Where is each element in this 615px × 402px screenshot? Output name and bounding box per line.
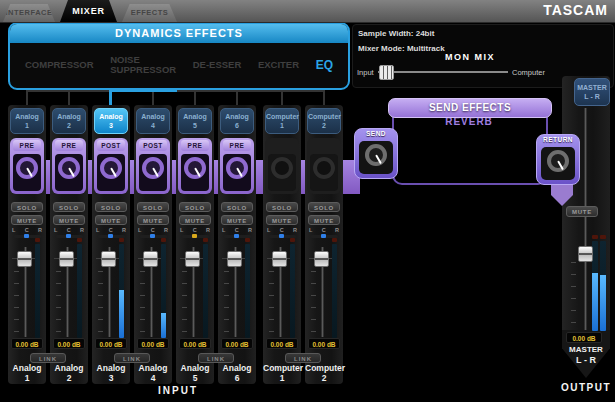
channel-strip-analog-5: Analog5 PRE SOLO MUTE LCR 0.00 dB Analog…	[176, 105, 214, 384]
dynamics-item-exciter[interactable]: EXCITER	[258, 60, 299, 70]
channel-strip-analog-6: Analog6 PRE SOLO MUTE LCR 0.00 dB Analog…	[218, 105, 256, 384]
fader-handle[interactable]	[227, 251, 242, 267]
channel-name: Analog6	[218, 363, 256, 383]
pre-post-button[interactable]: POST	[97, 140, 125, 151]
channel-label-line2: 5	[179, 121, 211, 130]
pan-c: C	[67, 227, 71, 233]
solo-button[interactable]: SOLO	[221, 202, 253, 212]
channel-send-knob[interactable]	[100, 157, 122, 179]
pan-l: L	[138, 227, 141, 233]
master-mute-button[interactable]: MUTE	[566, 206, 598, 217]
fader-db-readout: 0.00 dB	[221, 338, 253, 349]
fader-db-readout: 0.00 dB	[179, 338, 211, 349]
dynamics-item-de-esser[interactable]: DE-ESSER	[193, 60, 242, 70]
fader-handle[interactable]	[272, 251, 287, 267]
pre-post-button[interactable]: PRE	[223, 140, 251, 151]
channel-send-knob[interactable]	[142, 157, 164, 179]
link-button-comp1-2[interactable]: LINK	[285, 353, 321, 363]
mute-button[interactable]: MUTE	[221, 215, 253, 225]
master-select-button[interactable]: MASTER L - R	[574, 78, 610, 106]
mute-button[interactable]: MUTE	[266, 215, 298, 225]
mute-button[interactable]: MUTE	[179, 215, 211, 225]
channel-select-button[interactable]: Analog5	[178, 108, 212, 134]
knob-area	[55, 154, 83, 191]
clip-indicator	[161, 238, 166, 242]
channel-strip-computer-2: Computer2 SOLO MUTE LCR 0.00 dB Computer…	[305, 105, 343, 384]
link-button-ch5-6[interactable]: LINK	[198, 353, 234, 363]
solo-button[interactable]: SOLO	[11, 202, 43, 212]
mute-button[interactable]: MUTE	[53, 215, 85, 225]
pan-marker	[234, 234, 239, 238]
dynamics-item-eq[interactable]: EQ	[316, 60, 333, 70]
link-button-ch1-2[interactable]: LINK	[30, 353, 66, 363]
channel-select-button[interactable]: Analog1	[10, 108, 44, 134]
channel-send-knob[interactable]	[313, 157, 335, 179]
level-meter	[245, 244, 250, 338]
pre-post-button[interactable]: PRE	[13, 140, 41, 151]
pre-post-button[interactable]: POST	[139, 140, 167, 151]
pan-r: R	[38, 227, 42, 233]
channel-label-line1: Analog	[95, 112, 127, 121]
fader-handle[interactable]	[101, 251, 116, 267]
channel-strip-analog-4: Analog4 POST SOLO MUTE LCR 0.00 dB Analo…	[134, 105, 172, 384]
fader-handle[interactable]	[185, 251, 200, 267]
mon-mix-slider-handle[interactable]	[379, 65, 394, 80]
channel-select-button[interactable]: Computer2	[307, 108, 341, 134]
link-button-ch3-4[interactable]: LINK	[114, 353, 150, 363]
level-meter	[77, 244, 82, 338]
fader-handle[interactable]	[17, 251, 32, 267]
solo-button[interactable]: SOLO	[95, 202, 127, 212]
fader-handle[interactable]	[59, 251, 74, 267]
pre-post-button[interactable]: PRE	[55, 140, 83, 151]
channel-label-line1: Analog	[137, 112, 169, 121]
dynamics-item-noise-suppressor[interactable]: NOISE SUPPRESSOR	[110, 55, 176, 75]
channel-select-button[interactable]: Analog6	[220, 108, 254, 134]
knob-area	[139, 154, 167, 191]
channel-send-knob[interactable]	[184, 157, 206, 179]
pre-post-button[interactable]: PRE	[181, 140, 209, 151]
mon-mix-slider-track[interactable]	[378, 71, 508, 73]
fader-handle[interactable]	[143, 251, 158, 267]
mute-button[interactable]: MUTE	[11, 215, 43, 225]
tab-effects[interactable]: EFFECTS	[122, 4, 177, 22]
channel-select-button[interactable]: Analog4	[136, 108, 170, 134]
fader-handle[interactable]	[314, 251, 329, 267]
channel-select-button[interactable]: Analog3	[94, 108, 128, 134]
channel-send-knob[interactable]	[226, 157, 248, 179]
fader-db-readout: 0.00 dB	[137, 338, 169, 349]
return-knob[interactable]	[547, 150, 569, 172]
send-section: PRE	[220, 138, 254, 194]
pan-marker	[66, 234, 71, 238]
send-knob[interactable]	[365, 144, 387, 166]
mute-button[interactable]: MUTE	[95, 215, 127, 225]
solo-button[interactable]: SOLO	[179, 202, 211, 212]
channel-send-knob[interactable]	[58, 157, 80, 179]
solo-button[interactable]: SOLO	[53, 202, 85, 212]
knob-ring	[313, 157, 335, 179]
dynamics-item-compressor[interactable]: COMPRESSOR	[25, 60, 94, 70]
channel-select-button[interactable]: Analog2	[52, 108, 86, 134]
clip-indicator	[119, 238, 124, 242]
return-knob-box: RETURN	[536, 134, 580, 185]
mute-button[interactable]: MUTE	[308, 215, 340, 225]
pan-marker	[321, 234, 326, 238]
solo-button[interactable]: SOLO	[137, 202, 169, 212]
pan-marker	[192, 234, 197, 238]
output-section-label: OUTPUT	[558, 382, 614, 393]
mute-button[interactable]: MUTE	[137, 215, 169, 225]
master-db-readout: 0.00 dB	[566, 332, 602, 343]
solo-button[interactable]: SOLO	[308, 202, 340, 212]
channel-send-knob[interactable]	[16, 157, 38, 179]
pan-r: R	[335, 227, 339, 233]
tab-mixer[interactable]: MIXER	[60, 0, 117, 22]
tab-interface[interactable]: INTERFACE	[3, 4, 55, 22]
master-fader-handle[interactable]	[578, 246, 593, 262]
return-knob-label: RETURN	[537, 136, 579, 143]
channel-send-knob[interactable]	[271, 157, 293, 179]
level-meter-fill	[161, 313, 166, 338]
solo-button[interactable]: SOLO	[266, 202, 298, 212]
master-fader-track[interactable]	[584, 108, 587, 330]
clip-indicator	[290, 238, 295, 242]
channel-select-button[interactable]: Computer1	[265, 108, 299, 134]
level-meter	[35, 244, 40, 338]
